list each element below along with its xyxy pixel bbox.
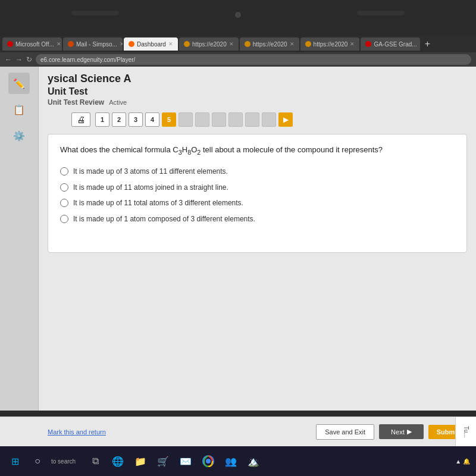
tab-close-microsoft[interactable]: ✕ [57, 41, 61, 47]
status-badge: Active [109, 99, 127, 106]
speaker-right [357, 11, 405, 15]
speaker-left [71, 11, 119, 15]
action-buttons: Save and Exit Next ▶ Submit [316, 424, 467, 440]
next-question-arrow[interactable]: ▶ [278, 112, 293, 127]
question-nav: 🖨 1 2 3 4 5 ▶ [48, 112, 467, 127]
unit-title: Unit Test [48, 86, 467, 97]
question-text: What does the chemical formula C3H8O2 te… [60, 144, 455, 157]
taskbar-explorer-icon[interactable]: 📁 [131, 452, 149, 470]
tutor-button[interactable]: Tu... [455, 417, 476, 446]
taskbar-store-icon[interactable]: 🛒 [154, 452, 172, 470]
tab-icon-ga-gse [365, 41, 371, 47]
q-btn-6[interactable] [178, 112, 193, 127]
tab-e2020-2[interactable]: https://e2020 ✕ [240, 37, 299, 51]
option-text-1: It is made up of 3 atoms of 11 different… [73, 167, 228, 177]
print-button[interactable]: 🖨 [71, 112, 90, 127]
tab-dashboard[interactable]: Dashboard ✕ [124, 37, 178, 51]
svg-point-1 [206, 459, 211, 464]
tab-icon-e2020-2 [245, 41, 250, 47]
taskbar-search-icon[interactable]: ○ [29, 452, 46, 470]
next-button[interactable]: Next ▶ [379, 424, 424, 439]
unit-subtitle: Unit Test Review [48, 98, 104, 107]
option-row-2[interactable]: It is made up of 11 atoms joined in a st… [60, 183, 455, 193]
tab-mail[interactable]: Mail - Simpso... ✕ [63, 37, 123, 51]
tab-microsoft[interactable]: Microsoft Off... ✕ [2, 37, 62, 51]
tab-close-e2020-3[interactable]: ✕ [350, 41, 355, 47]
address-bar-row: ← → ↻ e6.core.learn.edgenuity.com/Player… [0, 52, 476, 67]
q-btn-5[interactable]: 5 [162, 112, 176, 127]
radio-option-2[interactable] [60, 183, 68, 192]
back-button[interactable]: ← [5, 55, 12, 64]
option-text-4: It is made up of 1 atom composed of 3 di… [73, 214, 255, 224]
q-btn-8[interactable] [212, 112, 226, 127]
tab-icon-mail [68, 41, 74, 47]
refresh-button[interactable]: ↻ [26, 55, 32, 64]
tab-e2020-1[interactable]: https://e2020 ✕ [179, 37, 239, 51]
taskbar-taskview-icon[interactable]: ⧉ [86, 452, 104, 470]
q-btn-4[interactable]: 4 [145, 112, 159, 127]
option-text-3: It is made up of 11 total atoms of 3 dif… [73, 198, 243, 208]
q-btn-11[interactable] [262, 112, 276, 127]
q-btn-7[interactable] [195, 112, 209, 127]
taskbar-photos-icon[interactable]: 🏔️ [245, 452, 262, 470]
save-exit-button[interactable]: Save and Exit [316, 424, 374, 440]
tab-close-ga-gse[interactable]: ✕ [419, 41, 421, 47]
tab-icon-microsoft [7, 41, 13, 47]
tab-close-e2020-1[interactable]: ✕ [229, 41, 234, 47]
tab-icon-e2020-1 [184, 41, 190, 47]
tab-e2020-3[interactable]: https://e2020 ✕ [300, 37, 360, 51]
browser-chrome: Microsoft Off... ✕ Mail - Simpso... ✕ Da… [0, 36, 476, 67]
webcam [235, 12, 241, 18]
taskbar: ⊞ ○ to search ⧉ 🌐 📁 🛒 ✉️ 👥 🏔️ ▲ 🔔 [0, 446, 476, 476]
tab-close-dashboard[interactable]: ✕ [168, 41, 173, 47]
tab-bar: Microsoft Off... ✕ Mail - Simpso... ✕ Da… [0, 36, 476, 52]
taskbar-teams-icon[interactable]: 👥 [222, 452, 240, 470]
taskbar-time: ▲ 🔔 [455, 458, 470, 465]
tab-ga-gse[interactable]: GA-GSE Grad... ✕ [361, 37, 420, 51]
q-btn-3[interactable]: 3 [129, 112, 143, 127]
sidebar: ✏️ 📋 ⚙️ [0, 67, 39, 411]
option-row-4[interactable]: It is made up of 1 atom composed of 3 di… [60, 214, 455, 224]
tab-icon-dashboard [129, 41, 134, 47]
tab-close-e2020-2[interactable]: ✕ [290, 41, 295, 47]
option-row-1[interactable]: It is made up of 3 atoms of 11 different… [60, 167, 455, 177]
taskbar-search-label[interactable]: to search [51, 458, 76, 465]
option-text-2: It is made up of 11 atoms joined in a st… [73, 183, 228, 193]
taskbar-edge-icon[interactable]: 🌐 [109, 452, 127, 470]
question-card: What does the chemical formula C3H8O2 te… [48, 134, 467, 253]
bottom-bar: Mark this and return Save and Exit Next … [0, 416, 476, 446]
q-btn-2[interactable]: 2 [112, 112, 126, 127]
sidebar-settings-icon[interactable]: ⚙️ [8, 125, 30, 146]
subtitle-row: Unit Test Review Active [48, 98, 467, 107]
page-title: ysical Science A [48, 73, 467, 85]
radio-option-1[interactable] [60, 167, 68, 176]
sidebar-clipboard-icon[interactable]: 📋 [8, 99, 30, 120]
main-content: ✏️ 📋 ⚙️ ysical Science A Unit Test Unit … [0, 67, 476, 411]
option-row-3[interactable]: It is made up of 11 total atoms of 3 dif… [60, 198, 455, 208]
windows-start-icon[interactable]: ⊞ [6, 452, 24, 470]
mark-return-link[interactable]: Mark this and return [48, 428, 106, 436]
tab-icon-e2020-3 [305, 41, 311, 47]
tab-close-mail[interactable]: ✕ [120, 41, 123, 47]
q-btn-10[interactable] [245, 112, 259, 127]
radio-option-3[interactable] [60, 199, 68, 207]
sidebar-pencil-icon[interactable]: ✏️ [8, 73, 30, 94]
taskbar-mail-icon[interactable]: ✉️ [177, 452, 195, 470]
next-arrow-icon: ▶ [407, 428, 412, 436]
laptop-top-bezel [0, 0, 476, 36]
q-btn-1[interactable]: 1 [95, 112, 109, 127]
forward-button[interactable]: → [15, 55, 23, 64]
q-btn-9[interactable] [228, 112, 243, 127]
address-bar[interactable]: e6.core.learn.edgenuity.com/Player/ [36, 54, 471, 65]
taskbar-chrome-icon[interactable] [199, 452, 217, 470]
new-tab-button[interactable]: + [421, 38, 433, 50]
page-area: ysical Science A Unit Test Unit Test Rev… [39, 67, 476, 411]
radio-option-4[interactable] [60, 215, 68, 223]
